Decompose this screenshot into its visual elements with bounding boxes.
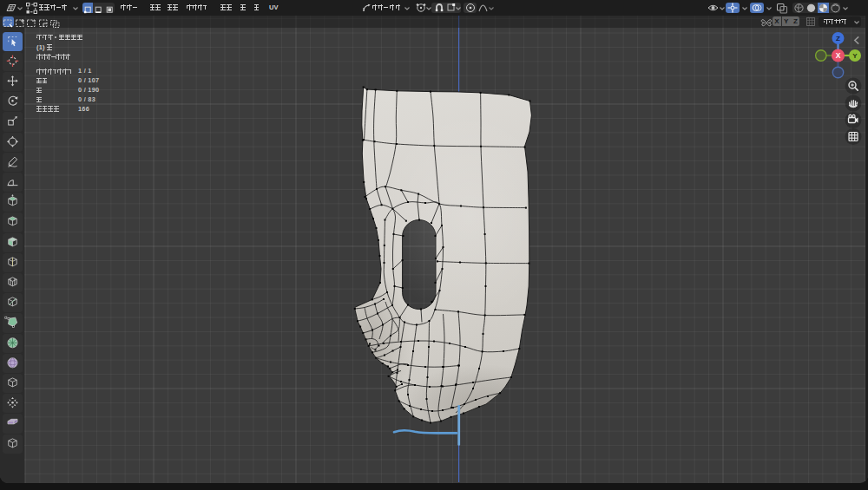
svg-text:Y: Y bbox=[852, 52, 858, 60]
svg-text:Z: Z bbox=[836, 35, 840, 42]
svg-text:X: X bbox=[836, 51, 841, 60]
